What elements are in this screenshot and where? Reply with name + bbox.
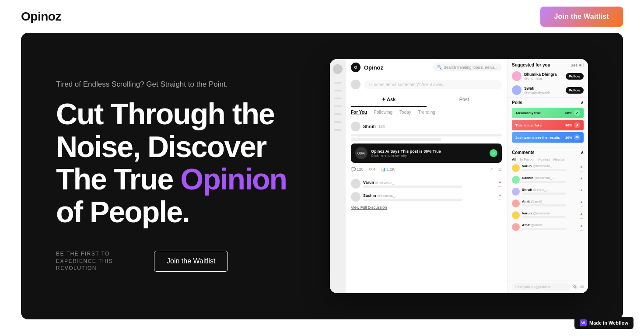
logo: Opinoz <box>21 10 61 24</box>
feed-tab-trending[interactable]: Trending <box>418 110 435 115</box>
comment-avatar-sachin <box>512 176 520 184</box>
upvote-shruti[interactable]: ▲ <box>579 188 584 192</box>
suggested-name-1: Bhumika Dhingra <box>524 72 563 77</box>
follow-btn-1[interactable]: Follow <box>566 73 584 80</box>
header: Opinoz Join the Waitlist <box>0 0 644 33</box>
sidebar-dot-1 <box>334 82 342 84</box>
suggested-info-2: Swati @swatisalyan09 <box>524 86 563 94</box>
poll-label-1: Absolutely true <box>515 111 541 115</box>
suggested-handle-1: @bhumikas <box>524 77 563 80</box>
share-icon[interactable]: ↗ <box>490 167 493 172</box>
comment-amit: Amit @amitl_... ▲ — <box>512 200 584 208</box>
poll-icon-2: ✗ <box>574 122 580 128</box>
post-content-bar-1 <box>351 134 502 136</box>
vote-count-2: — <box>498 198 502 201</box>
upvote-sachin[interactable]: ▲ <box>579 176 584 180</box>
comment-bar-varun <box>522 169 566 171</box>
comment-shruti: Shruti @shrut_... ▲ — <box>512 188 584 196</box>
comment-bar-amit2 <box>522 228 566 230</box>
feed-item-bar-1 <box>363 186 462 188</box>
poll-percent-3: 10% 👁 <box>565 134 580 140</box>
views-count: 📊 1.2K <box>381 167 395 172</box>
polls-title: Polls <box>512 100 522 105</box>
comment-avatar-varun <box>512 164 520 172</box>
post-input-placeholder[interactable]: Curious about something? Ask it away. <box>364 80 502 89</box>
comment-sachin: Sachin @sachina_... ▲ — <box>512 176 584 184</box>
comments-chevron: ∧ <box>581 150 584 155</box>
post-tab[interactable]: Post <box>427 93 502 107</box>
post-suggestion: Post your Suggestions 📎 ✉ <box>508 280 588 293</box>
comment-content-shruti: Shruti @shrut_... <box>522 188 577 195</box>
sidebar-dot-7 <box>334 129 342 131</box>
ask-icon: ✦ <box>382 97 387 102</box>
comment-actions-amit: ▲ — <box>579 200 584 208</box>
upvote-amit[interactable]: ▲ <box>579 200 584 204</box>
waitlist-button-header[interactable]: Join the Waitlist <box>540 7 623 27</box>
verdict-text: Opinoz Ai Says This post is 80% True <box>371 149 441 154</box>
poll-option-3[interactable]: Just wanna see the results 10% 👁 <box>512 132 584 143</box>
upvote-varun2[interactable]: ▲ <box>579 211 584 216</box>
see-all[interactable]: See All <box>570 63 584 67</box>
comment-name-varun2: Varun @mevarun_... <box>522 211 577 215</box>
app-header: O Opinoz 🔍 Search trending topics, news.… <box>346 59 507 76</box>
comment-name-amit2: Amit @amitl_... <box>522 223 577 227</box>
post-time: 18h <box>378 124 385 129</box>
vote-count-varun: — <box>580 169 583 172</box>
comment-tab-infavour[interactable]: In Favour <box>520 158 535 161</box>
poll-option-1[interactable]: Absolutely true 60% ✓ <box>512 108 584 118</box>
webflow-label: Made in Webflow <box>589 320 628 326</box>
upvote-icon-2[interactable]: ▲ <box>498 193 502 197</box>
feed-tab-today[interactable]: Today <box>399 110 411 115</box>
sidebar-avatar <box>333 64 343 74</box>
post-user-avatar <box>351 80 360 89</box>
suggested-header: Suggested for you See All <box>508 59 588 69</box>
verdict-badge: 80% <box>355 147 368 159</box>
comment-name-shruti: Shruti @shrut_... <box>522 188 577 192</box>
feed-item-name-2: Sachin @sachina_... <box>363 193 496 198</box>
comment-tab-all[interactable]: All <box>512 158 516 161</box>
app-sidebar <box>330 59 346 293</box>
suggested-user-bhumika: Bhumika Dhingra @bhumikas Follow <box>508 69 588 83</box>
comment-actions-shruti: ▲ — <box>579 188 584 196</box>
vote-count-1: — <box>498 185 502 188</box>
suggested-user-swati: Swati @swatisalyan09 Follow <box>508 83 588 97</box>
upvote-icon-1[interactable]: ▲ <box>498 180 502 184</box>
upvote-amit2[interactable]: ▲ <box>579 223 584 228</box>
poll-icon-3: 👁 <box>574 134 580 140</box>
ai-verdict[interactable]: 80% Opinoz Ai Says This post is 80% True… <box>351 144 502 163</box>
app-search[interactable]: 🔍 Search trending topics, news... <box>433 63 502 71</box>
comment-avatar-shruti <box>512 188 520 196</box>
comment-bar-varun2 <box>522 216 566 218</box>
upvote-varun[interactable]: ▲ <box>579 164 584 168</box>
hero-title-part2: of People. <box>56 195 189 228</box>
suggested-title: Suggested for you <box>512 63 550 67</box>
send-icon[interactable]: ✉ <box>580 284 584 289</box>
poll-option-2[interactable]: This is just fake 30% ✗ <box>512 120 584 130</box>
sidebar-dot-4 <box>334 105 342 107</box>
retweet-count: ↺ 4 <box>369 167 376 172</box>
waitlist-button-hero[interactable]: Join the Waitlist <box>154 251 228 272</box>
comment-tab-against[interactable]: Against <box>538 158 550 161</box>
sidebar-dot-2 <box>334 90 342 91</box>
suggestion-input[interactable]: Post your Suggestions <box>512 283 570 290</box>
comment-name-amit: Amit @amitl_... <box>522 200 577 203</box>
ask-tab[interactable]: ✦ Ask <box>351 93 427 107</box>
search-placeholder: Search trending topics, news... <box>444 65 497 70</box>
feed-tab-following[interactable]: Following <box>374 110 392 115</box>
hero-subtitle: Tired of Endless Scrolling? Get Straight… <box>56 80 310 89</box>
follow-btn-2[interactable]: Follow <box>566 87 584 94</box>
polls-header: Polls ∧ <box>512 100 584 105</box>
bookmark-icon[interactable]: ⊡ <box>498 167 502 172</box>
view-discussion[interactable]: View Full Discussion <box>346 203 507 211</box>
feed-item-content-2: Sachin @sachina_... <box>363 193 496 201</box>
comment-content-varun2: Varun @mevarun_... <box>522 211 577 218</box>
comment-tab-neutral[interactable]: Neutral <box>553 158 565 161</box>
polls-section: Polls ∧ Absolutely true 60% ✓ This is ju… <box>508 97 588 147</box>
attachment-icon[interactable]: 📎 <box>572 284 578 289</box>
feed-tab-foryou[interactable]: For You <box>351 110 367 115</box>
comment-varun: Varun @mevarun_... ▲ — <box>512 164 584 172</box>
sidebar-dot-3 <box>334 98 342 99</box>
comment-actions-amit2: ▲ — <box>579 223 584 231</box>
comment-content-sachin: Sachin @sachina_... <box>522 176 577 183</box>
suggested-handle-2: @swatisalyan09 <box>524 91 563 94</box>
